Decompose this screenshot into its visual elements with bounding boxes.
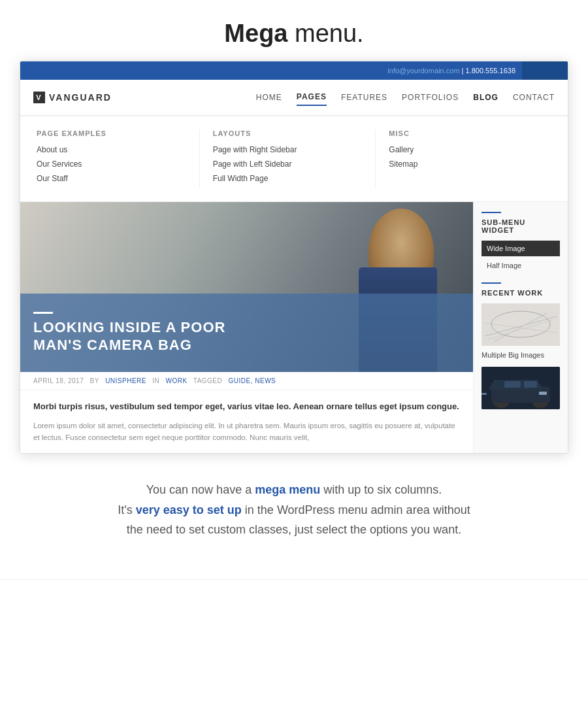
menu-link-left-sidebar[interactable]: Page with Left Sidebar: [213, 160, 363, 169]
sidebar-menu-half-image[interactable]: Half Image: [482, 258, 560, 273]
svg-rect-15: [482, 393, 487, 395]
menu-link-gallery[interactable]: Gallery: [389, 145, 538, 154]
post-author: UNISPHERE: [105, 377, 146, 384]
desc-line2-normal1: It's: [118, 503, 135, 516]
separator: |: [460, 67, 466, 75]
sidebar-menu-wide-image[interactable]: Wide Image: [482, 241, 560, 256]
sidebar-line-2: [482, 282, 501, 284]
menu-link-about[interactable]: About us: [37, 145, 186, 154]
desc-line2-normal2: in the WordPress menu admin area without: [242, 503, 470, 516]
sidebar-thumbnail-1: [482, 303, 560, 346]
content-area: LOOKING INSIDE A POOR MAN'S CAMERA BAG A…: [20, 202, 568, 453]
menu-col-title-pages: PAGE EXAMPLES: [37, 129, 186, 137]
phone: 1.800.555.1638: [466, 67, 515, 75]
nav-item-portfolios[interactable]: PORTFOLIOS: [402, 90, 459, 105]
main-content: LOOKING INSIDE A POOR MAN'S CAMERA BAG A…: [20, 202, 473, 453]
post-in-label: IN: [152, 377, 159, 384]
desc-easy-link: very easy to set up: [136, 503, 242, 516]
sidebar-widget-title: SUB-MENU WIDGET: [482, 218, 560, 234]
sidebar-recent-work-title: RECENT WORK: [482, 289, 560, 297]
nav-item-pages[interactable]: PAGES: [297, 89, 327, 106]
nav-item-contact[interactable]: CONTACT: [513, 90, 555, 105]
title-bold: Mega: [224, 20, 287, 47]
hero-overlay: LOOKING INSIDE A POOR MAN'S CAMERA BAG: [20, 294, 473, 372]
browser-mockup: info@yourdomain.com | 1.800.555.1638 V V…: [20, 61, 568, 454]
post-meta: APRIL 18, 2017 BY UNISPHERE IN WORK TAGG…: [20, 372, 473, 390]
top-bar-info: info@yourdomain.com | 1.800.555.1638: [20, 67, 522, 75]
sidebar-thumbnail-2: [482, 367, 560, 409]
desc-line1-normal2: with up to six columns.: [320, 483, 442, 496]
nav-menu: HOME PAGES FEATURES PORTFOLIOS BLOG CONT…: [256, 89, 555, 106]
svg-rect-13: [524, 381, 537, 388]
post-tagged-label: TAGGED: [193, 377, 222, 384]
mega-menu: PAGE EXAMPLES About us Our Services Our …: [20, 116, 568, 202]
email-link[interactable]: info@yourdomain.com: [387, 67, 459, 75]
excerpt: Lorem ipsum dolor sit amet, consectetur …: [33, 420, 460, 444]
nav-item-features[interactable]: FEATURES: [341, 90, 387, 105]
post-content: Morbi turpis risus, vestibulum sed tempo…: [20, 390, 473, 453]
menu-column-misc: MISC Gallery Sitemap: [375, 129, 551, 188]
menu-column-pages: PAGE EXAMPLES About us Our Services Our …: [37, 129, 199, 188]
desc-mega-link: mega menu: [255, 483, 320, 496]
logo: V VANGUARD: [33, 92, 112, 103]
excerpt-bold: Morbi turpis risus, vestibulum sed tempo…: [33, 400, 460, 413]
post-date: APRIL 18, 2017: [33, 377, 84, 384]
menu-link-full-width[interactable]: Full Width Page: [213, 174, 363, 183]
nav-item-blog[interactable]: BLOG: [473, 90, 498, 105]
sidebar-line: [482, 212, 501, 213]
menu-column-layouts: LAYOUTS Page with Right Sidebar Page wit…: [199, 129, 376, 188]
logo-icon-letter: V: [36, 93, 42, 101]
divider-bottom: [0, 579, 588, 580]
logo-text: VANGUARD: [49, 92, 112, 103]
desc-line1-normal1: You can now have a: [146, 483, 255, 496]
post-tags: GUIDE, NEWS: [229, 377, 276, 384]
bottom-section: You can now have a mega menu with up to …: [0, 454, 588, 566]
menu-link-staff[interactable]: Our Staff: [37, 174, 186, 183]
menu-link-sitemap[interactable]: Sitemap: [389, 160, 538, 169]
nav-bar: V VANGUARD HOME PAGES FEATURES PORTFOLIO…: [20, 80, 568, 116]
menu-link-right-sidebar[interactable]: Page with Right Sidebar: [213, 145, 363, 154]
top-bar: info@yourdomain.com | 1.800.555.1638: [20, 61, 568, 80]
menu-link-services[interactable]: Our Services: [37, 160, 186, 169]
menu-col-title-layouts: LAYOUTS: [213, 129, 363, 137]
post-by-label: BY: [90, 377, 99, 384]
hero-image: LOOKING INSIDE A POOR MAN'S CAMERA BAG: [20, 202, 473, 372]
hero-line: [33, 312, 53, 314]
top-bar-button: [522, 61, 568, 80]
svg-rect-14: [539, 392, 547, 395]
page-title-section: Mega menu.: [0, 0, 588, 61]
nav-item-home[interactable]: HOME: [256, 90, 282, 105]
sidebar: SUB-MENU WIDGET Wide Image Half Image RE…: [473, 202, 568, 453]
desc-line3: the need to set custom classes, just sel…: [39, 520, 549, 540]
sidebar-caption-1: Multiple Big Images: [482, 351, 560, 359]
hero-title: LOOKING INSIDE A POOR MAN'S CAMERA BAG: [33, 319, 460, 354]
title-normal: menu.: [287, 20, 363, 47]
menu-col-title-misc: MISC: [389, 129, 538, 137]
logo-icon: V: [33, 92, 45, 103]
svg-rect-12: [504, 381, 521, 388]
svg-rect-0: [482, 303, 560, 346]
post-category: WORK: [166, 377, 188, 384]
